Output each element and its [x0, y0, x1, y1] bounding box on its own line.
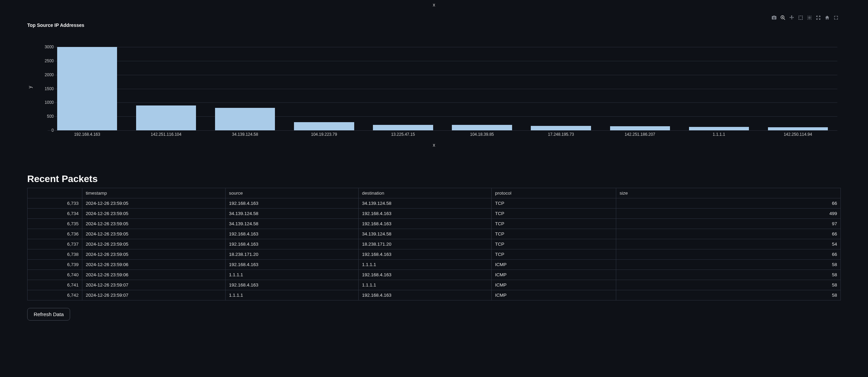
cell-source: 192.168.4.163 — [226, 229, 359, 239]
cell-size: 58 — [616, 290, 841, 300]
cell-source: 1.1.1.1 — [226, 290, 359, 300]
chart-top-x-label: x — [0, 0, 868, 9]
x-tick: 34.139.124.58 — [206, 132, 284, 137]
table-row[interactable]: 6,7352024-12-26 23:59:0534.139.124.58192… — [28, 219, 841, 229]
col-header-protocol[interactable]: protocol — [492, 188, 616, 198]
cell-size: 58 — [616, 280, 841, 290]
pan-icon[interactable] — [789, 15, 795, 21]
cell-index: 6,740 — [28, 270, 82, 280]
table-header-row: timestamp source destination protocol si… — [28, 188, 841, 198]
col-header-size[interactable]: size — [616, 188, 841, 198]
cell-protocol: TCP — [492, 249, 616, 260]
cell-index: 6,739 — [28, 260, 82, 270]
cell-timestamp: 2024-12-26 23:59:05 — [82, 239, 226, 249]
cell-destination: 1.1.1.1 — [359, 260, 492, 270]
cell-size: 58 — [616, 270, 841, 280]
col-header-destination[interactable]: destination — [359, 188, 492, 198]
cell-size: 66 — [616, 198, 841, 209]
cell-source: 192.168.4.163 — [226, 198, 359, 209]
cell-size: 54 — [616, 239, 841, 249]
plotly-modebar — [771, 15, 839, 21]
cell-source: 1.1.1.1 — [226, 270, 359, 280]
cell-timestamp: 2024-12-26 23:59:05 — [82, 229, 226, 239]
chart-plot-area[interactable] — [48, 47, 837, 130]
cell-index: 6,736 — [28, 229, 82, 239]
cell-source: 192.168.4.163 — [226, 260, 359, 270]
top-source-ip-chart: Top Source IP Addresses y 05001000150020… — [27, 9, 841, 165]
x-tick: 104.19.223.79 — [284, 132, 363, 137]
x-tick: 192.168.4.163 — [48, 132, 127, 137]
cell-source: 34.139.124.58 — [226, 219, 359, 229]
cell-index: 6,738 — [28, 249, 82, 260]
col-header-index[interactable] — [28, 188, 82, 198]
home-icon[interactable] — [824, 15, 830, 21]
camera-icon[interactable] — [771, 15, 777, 21]
cell-index: 6,733 — [28, 198, 82, 209]
lasso-select-icon[interactable] — [807, 15, 812, 21]
packets-table: timestamp source destination protocol si… — [27, 188, 841, 300]
cell-index: 6,737 — [28, 239, 82, 249]
cell-timestamp: 2024-12-26 23:59:05 — [82, 219, 226, 229]
bar[interactable] — [373, 125, 433, 130]
x-tick: 142.250.114.94 — [758, 132, 837, 137]
bar[interactable] — [452, 125, 512, 130]
cell-source: 34.139.124.58 — [226, 209, 359, 219]
cell-destination: 34.139.124.58 — [359, 198, 492, 209]
table-row[interactable]: 6,7372024-12-26 23:59:05192.168.4.16318.… — [28, 239, 841, 249]
x-tick: 1.1.1.1 — [679, 132, 758, 137]
cell-destination: 1.1.1.1 — [359, 280, 492, 290]
table-row[interactable]: 6,7332024-12-26 23:59:05192.168.4.16334.… — [28, 198, 841, 209]
cell-index: 6,741 — [28, 280, 82, 290]
x-tick: 104.18.39.85 — [442, 132, 521, 137]
cell-size: 66 — [616, 249, 841, 260]
cell-timestamp: 2024-12-26 23:59:07 — [82, 280, 226, 290]
cell-protocol: ICMP — [492, 280, 616, 290]
table-row[interactable]: 6,7392024-12-26 23:59:06192.168.4.1631.1… — [28, 260, 841, 270]
cell-timestamp: 2024-12-26 23:59:05 — [82, 198, 226, 209]
cell-timestamp: 2024-12-26 23:59:05 — [82, 209, 226, 219]
bar[interactable] — [768, 127, 828, 130]
col-header-source[interactable]: source — [226, 188, 359, 198]
cell-size: 499 — [616, 209, 841, 219]
cell-protocol: ICMP — [492, 270, 616, 280]
cell-timestamp: 2024-12-26 23:59:05 — [82, 249, 226, 260]
chart-x-ticks: 192.168.4.163142.251.116.10434.139.124.5… — [48, 132, 837, 137]
cell-protocol: ICMP — [492, 260, 616, 270]
autoscale-icon[interactable] — [816, 15, 821, 21]
cell-index: 6,734 — [28, 209, 82, 219]
cell-protocol: TCP — [492, 239, 616, 249]
cell-destination: 18.238.171.20 — [359, 239, 492, 249]
cell-source: 18.238.171.20 — [226, 249, 359, 260]
table-row[interactable]: 6,7342024-12-26 23:59:0534.139.124.58192… — [28, 209, 841, 219]
cell-size: 97 — [616, 219, 841, 229]
table-row[interactable]: 6,7412024-12-26 23:59:07192.168.4.1631.1… — [28, 280, 841, 290]
x-tick: 17.248.195.73 — [522, 132, 601, 137]
cell-size: 66 — [616, 229, 841, 239]
cell-protocol: TCP — [492, 229, 616, 239]
x-tick: 142.251.116.104 — [127, 132, 206, 137]
cell-timestamp: 2024-12-26 23:59:06 — [82, 270, 226, 280]
bar[interactable] — [136, 105, 196, 130]
table-row[interactable]: 6,7422024-12-26 23:59:071.1.1.1192.168.4… — [28, 290, 841, 300]
refresh-data-button[interactable]: Refresh Data — [27, 308, 70, 321]
bar[interactable] — [294, 122, 354, 130]
cell-destination: 192.168.4.163 — [359, 249, 492, 260]
bar[interactable] — [689, 127, 749, 130]
bar[interactable] — [531, 126, 591, 130]
cell-index: 6,742 — [28, 290, 82, 300]
cell-protocol: ICMP — [492, 290, 616, 300]
bar[interactable] — [610, 126, 670, 130]
bar[interactable] — [57, 47, 117, 130]
table-row[interactable]: 6,7402024-12-26 23:59:061.1.1.1192.168.4… — [28, 270, 841, 280]
cell-size: 58 — [616, 260, 841, 270]
table-row[interactable]: 6,7362024-12-26 23:59:05192.168.4.16334.… — [28, 229, 841, 239]
bar[interactable] — [215, 108, 275, 130]
chart-title: Top Source IP Addresses — [27, 22, 84, 28]
cell-timestamp: 2024-12-26 23:59:06 — [82, 260, 226, 270]
cell-destination: 192.168.4.163 — [359, 209, 492, 219]
fullscreen-icon[interactable] — [833, 15, 839, 21]
col-header-timestamp[interactable]: timestamp — [82, 188, 226, 198]
table-row[interactable]: 6,7382024-12-26 23:59:0518.238.171.20192… — [28, 249, 841, 260]
zoom-icon[interactable] — [780, 15, 786, 21]
box-select-icon[interactable] — [798, 15, 803, 21]
